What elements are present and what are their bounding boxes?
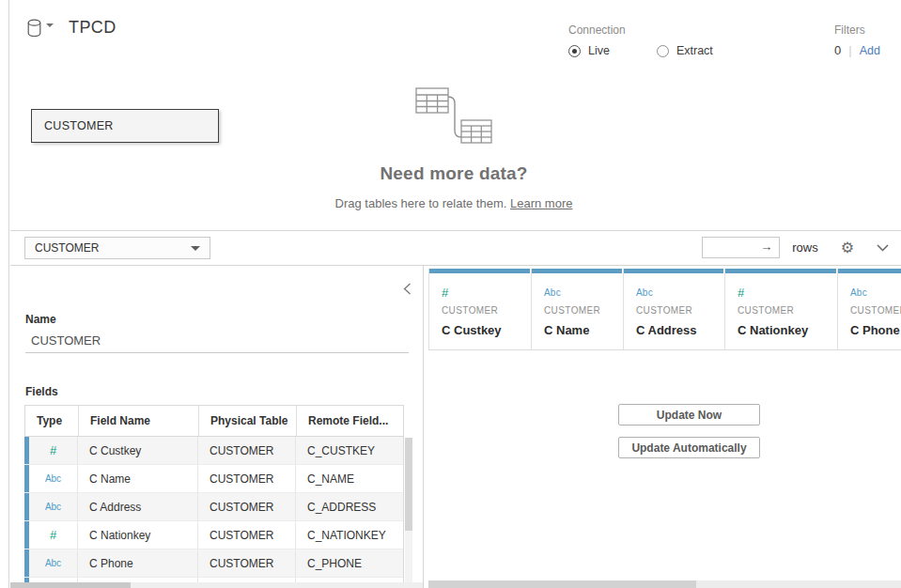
string-type-icon[interactable]: Abc — [850, 286, 901, 301]
field-name-cell: C Name — [78, 465, 198, 492]
col-header-type[interactable]: Type — [25, 406, 79, 436]
rows-label: rows — [792, 240, 817, 255]
connection-section: Connection Live Extract — [568, 23, 713, 57]
string-type-icon[interactable]: Abc — [29, 549, 78, 577]
radio-live[interactable]: Live — [568, 44, 610, 57]
remote-field-cell: C_PHONE — [296, 549, 402, 577]
fields-table-horizontal-scrollbar[interactable] — [10, 582, 423, 588]
physical-table-cell: CUSTOMER — [198, 465, 296, 492]
column-table-name: CUSTOMER — [544, 305, 623, 316]
table-selector-value: CUSTOMER — [35, 241, 191, 255]
collapse-panel-chevron-left-icon[interactable] — [403, 283, 412, 295]
col-header-remote-field[interactable]: Remote Field... — [297, 406, 403, 436]
field-row-c-address[interactable]: Abc C Address CUSTOMER C_ADDRESS — [24, 493, 403, 521]
name-label: Name — [25, 313, 56, 326]
table-details-panel: Name CUSTOMER Fields Type Field Name Phy… — [10, 266, 424, 588]
number-type-icon[interactable]: # — [29, 521, 78, 549]
radio-live-circle-icon[interactable] — [568, 45, 581, 57]
data-preview-grid: # CUSTOMER C Custkey Abc CUSTOMER C Name… — [425, 266, 901, 588]
canvas-table-customer[interactable]: CUSTOMER — [31, 109, 219, 143]
radio-live-label: Live — [588, 44, 610, 57]
field-name-cell: C Nationkey — [78, 521, 198, 549]
remote-field-cell: C_CUSTKEY — [296, 437, 402, 464]
grid-column-c-phone[interactable]: Abc CUSTOMER C Phone — [837, 269, 901, 349]
column-field-name: C Phone — [850, 323, 901, 337]
radio-extract-circle-icon[interactable] — [657, 45, 669, 57]
physical-table-cell: CUSTOMER — [198, 521, 296, 549]
fields-table-vertical-scrollbar[interactable] — [405, 438, 412, 582]
table-name-input[interactable]: CUSTOMER — [25, 331, 409, 353]
update-now-button[interactable]: Update Now — [618, 404, 760, 426]
empty-state-title: Need more data? — [313, 163, 595, 184]
column-field-name: C Address — [636, 323, 724, 337]
column-accent-strip — [725, 269, 836, 273]
column-accent-strip — [429, 269, 530, 273]
grid-column-c-custkey[interactable]: # CUSTOMER C Custkey — [428, 269, 531, 349]
tableau-datasource-page: TPCD Connection Live Extract Filters 0 |… — [0, 0, 901, 588]
string-type-icon[interactable]: Abc — [636, 286, 724, 301]
related-tables-illustration-icon — [407, 86, 501, 147]
col-header-field-name[interactable]: Field Name — [79, 406, 199, 436]
number-type-icon[interactable]: # — [442, 286, 531, 301]
scrollbar-thumb[interactable] — [10, 582, 131, 588]
learn-more-link[interactable]: Learn more — [510, 196, 572, 210]
filters-count: 0 — [834, 43, 841, 57]
grid-column-c-nationkey[interactable]: # CUSTOMER C Nationkey — [724, 269, 837, 349]
number-type-icon[interactable]: # — [738, 286, 837, 301]
radio-extract[interactable]: Extract — [657, 44, 713, 57]
datasource-title: TPCD — [69, 18, 117, 38]
grid-horizontal-scrollbar[interactable] — [428, 580, 901, 588]
row-count-field: → — [702, 237, 780, 258]
remote-field-cell: C_NATIONKEY — [296, 521, 402, 549]
field-name-cell: C Custkey — [78, 437, 198, 464]
field-row-c-custkey[interactable]: # C Custkey CUSTOMER C_CUSTKEY — [24, 437, 403, 465]
col-header-physical-table[interactable]: Physical Table — [199, 406, 297, 436]
field-name-cell: C Address — [78, 493, 198, 520]
column-field-name: C Name — [544, 323, 623, 337]
string-type-icon[interactable]: Abc — [29, 465, 78, 492]
string-type-icon[interactable]: Abc — [544, 286, 623, 301]
database-menu-caret-icon[interactable] — [46, 23, 54, 27]
update-automatically-button[interactable]: Update Automatically — [618, 437, 760, 458]
dropdown-caret-icon — [191, 246, 200, 251]
fields-metadata-table: Type Field Name Physical Table Remote Fi… — [24, 405, 422, 583]
field-name-cell: C Phone — [78, 549, 198, 577]
empty-state: Need more data? Drag tables here to rela… — [313, 86, 595, 210]
grid-options-chevron-down-icon[interactable] — [877, 244, 889, 252]
apply-rows-arrow-icon[interactable]: → — [760, 240, 772, 254]
datasource-title-group: TPCD — [26, 18, 117, 38]
scrollbar-thumb[interactable] — [405, 438, 412, 531]
physical-table-cell: CUSTOMER — [198, 493, 296, 520]
physical-table-cell: CUSTOMER — [198, 437, 296, 464]
field-row-c-name[interactable]: Abc C Name CUSTOMER C_NAME — [24, 465, 403, 493]
table-selector-dropdown[interactable]: CUSTOMER — [24, 237, 210, 259]
grid-header-row: # CUSTOMER C Custkey Abc CUSTOMER C Name… — [428, 269, 901, 350]
database-icon[interactable] — [26, 19, 42, 38]
filters-divider: | — [848, 43, 851, 57]
fields-label: Fields — [25, 385, 58, 398]
string-type-icon[interactable]: Abc — [29, 493, 78, 520]
row-count-input[interactable] — [705, 238, 761, 257]
column-accent-strip — [838, 269, 901, 273]
physical-table-cell: CUSTOMER — [198, 549, 296, 577]
filters-add-link[interactable]: Add — [860, 44, 880, 57]
empty-state-subtitle: Drag tables here to relate them. — [335, 196, 507, 210]
grid-column-c-name[interactable]: Abc CUSTOMER C Name — [531, 269, 623, 349]
field-row-c-nationkey[interactable]: # C Nationkey CUSTOMER C_NATIONKEY — [24, 521, 403, 549]
column-field-name: C Nationkey — [738, 323, 837, 337]
filters-label: Filters — [834, 23, 880, 37]
field-row-c-phone[interactable]: Abc C Phone CUSTOMER C_PHONE — [24, 549, 403, 578]
column-table-name: CUSTOMER — [738, 305, 837, 316]
column-accent-strip — [532, 269, 622, 273]
connection-label: Connection — [568, 23, 713, 37]
column-table-name: CUSTOMER — [850, 305, 901, 316]
column-table-name: CUSTOMER — [636, 305, 724, 316]
relationship-canvas: TPCD Connection Live Extract Filters 0 |… — [10, 0, 901, 231]
scrollbar-thumb[interactable] — [428, 580, 696, 588]
grid-column-c-address[interactable]: Abc CUSTOMER C Address — [623, 269, 724, 349]
radio-extract-label: Extract — [676, 44, 713, 57]
grid-toolbar: CUSTOMER → rows ⚙ — [10, 232, 901, 266]
number-type-icon[interactable]: # — [29, 437, 78, 464]
collapsed-connections-pane[interactable] — [0, 0, 9, 588]
grid-settings-gear-icon[interactable]: ⚙ — [841, 240, 854, 255]
